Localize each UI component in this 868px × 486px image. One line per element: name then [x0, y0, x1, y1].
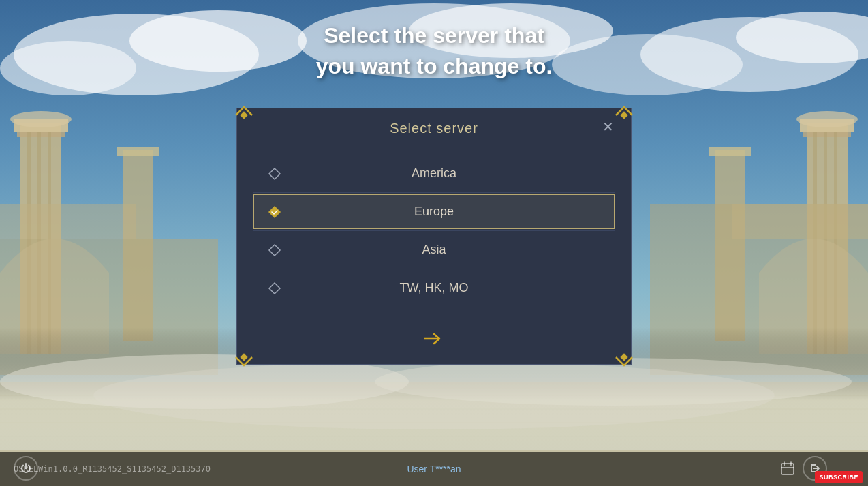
modal-title: Select server	[390, 121, 478, 136]
server-unselected-icon-america	[268, 167, 281, 181]
corner-decoration-br	[615, 348, 634, 367]
server-name-europe: Europe	[292, 204, 576, 219]
username-text: User T****an	[407, 464, 461, 474]
server-name-twhkmo: TW, HK, MO	[292, 281, 576, 295]
svg-rect-41	[620, 111, 627, 119]
separator-2	[253, 230, 615, 231]
subscribe-button[interactable]: SUBSCRIBE	[815, 471, 863, 483]
server-selected-icon-europe	[268, 205, 281, 219]
version-text: OSRELWin1.0.0_R1135452_S1135452_D1135370	[14, 464, 211, 474]
calendar-button[interactable]	[775, 456, 800, 481]
power-button[interactable]	[14, 456, 38, 481]
server-name-asia: Asia	[292, 243, 576, 257]
corner-decoration-tr	[615, 106, 634, 125]
svg-rect-40	[240, 111, 247, 119]
svg-rect-44	[781, 464, 794, 474]
separator-3	[253, 269, 615, 269]
separator-1	[253, 192, 615, 193]
server-item-asia[interactable]: Asia	[253, 232, 615, 267]
bottom-bar: OSRELWin1.0.0_R1135452_S1135452_D1135370…	[0, 452, 868, 486]
svg-rect-43	[620, 353, 627, 361]
confirm-arrow-icon[interactable]	[424, 331, 444, 350]
modal-footer	[237, 323, 631, 364]
server-item-twhkmo[interactable]: TW, HK, MO	[253, 271, 615, 305]
modal-overlay: Select server ✕ America	[0, 0, 868, 486]
corner-decoration-bl	[234, 348, 253, 367]
server-list: America Europe	[237, 145, 631, 323]
server-name-america: America	[292, 166, 576, 181]
svg-rect-42	[240, 353, 247, 361]
server-unselected-icon-twhkmo	[268, 282, 281, 295]
corner-decoration-tl	[234, 106, 253, 125]
select-server-modal: Select server ✕ America	[236, 108, 632, 365]
modal-header: Select server ✕	[237, 108, 631, 145]
server-unselected-icon-asia	[268, 243, 281, 257]
server-item-america[interactable]: America	[253, 156, 615, 191]
server-item-europe[interactable]: Europe	[253, 194, 615, 229]
